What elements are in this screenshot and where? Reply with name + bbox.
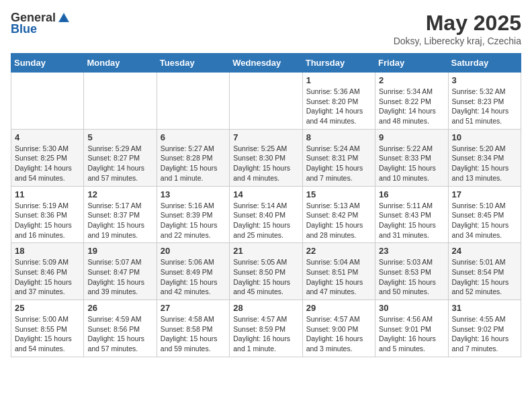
day-number: 14 xyxy=(233,189,298,199)
day-info: Sunrise: 5:00 AM Sunset: 8:55 PM Dayligh… xyxy=(15,314,80,354)
day-number: 18 xyxy=(15,246,80,256)
day-number: 30 xyxy=(379,303,444,313)
calendar-cell: 9Sunrise: 5:22 AM Sunset: 8:33 PM Daylig… xyxy=(375,129,448,186)
calendar-cell: 19Sunrise: 5:07 AM Sunset: 8:47 PM Dayli… xyxy=(84,243,157,300)
calendar-cell: 21Sunrise: 5:05 AM Sunset: 8:50 PM Dayli… xyxy=(230,243,302,300)
day-number: 27 xyxy=(161,303,226,313)
day-info: Sunrise: 4:57 AM Sunset: 9:00 PM Dayligh… xyxy=(306,314,371,354)
day-number: 1 xyxy=(306,75,371,85)
day-info: Sunrise: 5:32 AM Sunset: 8:23 PM Dayligh… xyxy=(452,87,517,126)
day-info: Sunrise: 5:20 AM Sunset: 8:34 PM Dayligh… xyxy=(452,144,517,183)
calendar-cell: 7Sunrise: 5:25 AM Sunset: 8:30 PM Daylig… xyxy=(230,129,302,186)
day-number: 19 xyxy=(87,246,152,256)
calendar-cell xyxy=(230,73,302,130)
day-info: Sunrise: 5:01 AM Sunset: 8:54 PM Dayligh… xyxy=(452,257,517,297)
day-info: Sunrise: 5:22 AM Sunset: 8:33 PM Dayligh… xyxy=(379,144,444,183)
calendar-week-row: 11Sunrise: 5:19 AM Sunset: 8:36 PM Dayli… xyxy=(11,186,521,243)
calendar-cell: 14Sunrise: 5:14 AM Sunset: 8:40 PM Dayli… xyxy=(230,186,302,243)
calendar-cell: 5Sunrise: 5:29 AM Sunset: 8:27 PM Daylig… xyxy=(84,129,157,186)
day-info: Sunrise: 5:19 AM Sunset: 8:36 PM Dayligh… xyxy=(15,201,80,240)
day-number: 20 xyxy=(161,246,226,256)
calendar-cell: 10Sunrise: 5:20 AM Sunset: 8:34 PM Dayli… xyxy=(448,129,521,186)
calendar-cell xyxy=(157,73,229,130)
day-number: 16 xyxy=(379,189,444,199)
calendar-cell: 6Sunrise: 5:27 AM Sunset: 8:28 PM Daylig… xyxy=(157,129,229,186)
calendar-cell: 11Sunrise: 5:19 AM Sunset: 8:36 PM Dayli… xyxy=(11,186,84,243)
calendar-cell: 12Sunrise: 5:17 AM Sunset: 8:37 PM Dayli… xyxy=(84,186,157,243)
day-number: 29 xyxy=(306,303,371,313)
calendar-cell: 20Sunrise: 5:06 AM Sunset: 8:49 PM Dayli… xyxy=(157,243,229,300)
calendar-cell: 16Sunrise: 5:11 AM Sunset: 8:43 PM Dayli… xyxy=(375,186,448,243)
month-title: May 2025 xyxy=(394,11,521,36)
calendar-cell: 31Sunrise: 4:55 AM Sunset: 9:02 PM Dayli… xyxy=(448,300,521,357)
calendar-cell: 25Sunrise: 5:00 AM Sunset: 8:55 PM Dayli… xyxy=(11,300,84,357)
calendar-cell xyxy=(11,73,84,130)
day-info: Sunrise: 5:25 AM Sunset: 8:30 PM Dayligh… xyxy=(233,144,298,183)
day-info: Sunrise: 5:13 AM Sunset: 8:42 PM Dayligh… xyxy=(306,201,371,240)
day-number: 12 xyxy=(87,189,152,199)
day-info: Sunrise: 5:29 AM Sunset: 8:27 PM Dayligh… xyxy=(87,144,152,183)
day-number: 8 xyxy=(306,132,371,142)
calendar-cell: 27Sunrise: 4:58 AM Sunset: 8:58 PM Dayli… xyxy=(157,300,229,357)
calendar-week-row: 1Sunrise: 5:36 AM Sunset: 8:20 PM Daylig… xyxy=(11,73,521,130)
calendar-cell: 1Sunrise: 5:36 AM Sunset: 8:20 PM Daylig… xyxy=(302,73,375,130)
day-info: Sunrise: 5:24 AM Sunset: 8:31 PM Dayligh… xyxy=(306,144,371,183)
day-of-week-header: Thursday xyxy=(302,54,375,73)
day-info: Sunrise: 4:58 AM Sunset: 8:58 PM Dayligh… xyxy=(161,314,226,354)
day-number: 11 xyxy=(15,189,80,199)
calendar-header-row: SundayMondayTuesdayWednesdayThursdayFrid… xyxy=(11,54,521,73)
day-number: 6 xyxy=(161,132,226,142)
calendar-cell: 23Sunrise: 5:03 AM Sunset: 8:53 PM Dayli… xyxy=(375,243,448,300)
location-subtitle: Doksy, Liberecky kraj, Czechia xyxy=(394,36,521,46)
day-number: 24 xyxy=(452,246,517,256)
day-number: 21 xyxy=(233,246,298,256)
day-info: Sunrise: 5:36 AM Sunset: 8:20 PM Dayligh… xyxy=(306,87,371,126)
day-info: Sunrise: 5:27 AM Sunset: 8:28 PM Dayligh… xyxy=(161,144,226,183)
day-number: 23 xyxy=(379,246,444,256)
day-info: Sunrise: 4:57 AM Sunset: 8:59 PM Dayligh… xyxy=(233,314,298,354)
calendar-cell: 4Sunrise: 5:30 AM Sunset: 8:25 PM Daylig… xyxy=(11,129,84,186)
title-block: May 2025 Doksy, Liberecky kraj, Czechia xyxy=(394,11,521,46)
calendar-cell: 26Sunrise: 4:59 AM Sunset: 8:56 PM Dayli… xyxy=(84,300,157,357)
day-number: 15 xyxy=(306,189,371,199)
calendar-cell: 29Sunrise: 4:57 AM Sunset: 9:00 PM Dayli… xyxy=(302,300,375,357)
day-of-week-header: Tuesday xyxy=(157,54,229,73)
day-number: 4 xyxy=(15,132,80,142)
logo: General Blue xyxy=(11,11,71,36)
day-number: 3 xyxy=(452,75,517,85)
calendar-cell: 2Sunrise: 5:34 AM Sunset: 8:22 PM Daylig… xyxy=(375,73,448,130)
day-info: Sunrise: 5:04 AM Sunset: 8:51 PM Dayligh… xyxy=(306,257,371,297)
day-info: Sunrise: 5:11 AM Sunset: 8:43 PM Dayligh… xyxy=(379,201,444,240)
day-info: Sunrise: 5:09 AM Sunset: 8:46 PM Dayligh… xyxy=(15,257,80,297)
day-info: Sunrise: 5:16 AM Sunset: 8:39 PM Dayligh… xyxy=(161,201,226,240)
calendar-cell: 28Sunrise: 4:57 AM Sunset: 8:59 PM Dayli… xyxy=(230,300,302,357)
day-number: 28 xyxy=(233,303,298,313)
calendar-cell: 30Sunrise: 4:56 AM Sunset: 9:01 PM Dayli… xyxy=(375,300,448,357)
day-number: 2 xyxy=(379,75,444,85)
day-number: 5 xyxy=(87,132,152,142)
day-info: Sunrise: 5:30 AM Sunset: 8:25 PM Dayligh… xyxy=(15,144,80,183)
day-info: Sunrise: 5:17 AM Sunset: 8:37 PM Dayligh… xyxy=(87,201,152,240)
day-of-week-header: Friday xyxy=(375,54,448,73)
calendar-week-row: 25Sunrise: 5:00 AM Sunset: 8:55 PM Dayli… xyxy=(11,300,521,357)
day-number: 17 xyxy=(452,189,517,199)
page-header: General Blue May 2025 Doksy, Liberecky k… xyxy=(11,11,521,46)
day-info: Sunrise: 4:55 AM Sunset: 9:02 PM Dayligh… xyxy=(452,314,517,354)
day-info: Sunrise: 5:07 AM Sunset: 8:47 PM Dayligh… xyxy=(87,257,152,297)
calendar-cell: 18Sunrise: 5:09 AM Sunset: 8:46 PM Dayli… xyxy=(11,243,84,300)
day-info: Sunrise: 5:06 AM Sunset: 8:49 PM Dayligh… xyxy=(161,257,226,297)
calendar-cell: 24Sunrise: 5:01 AM Sunset: 8:54 PM Dayli… xyxy=(448,243,521,300)
calendar-week-row: 4Sunrise: 5:30 AM Sunset: 8:25 PM Daylig… xyxy=(11,129,521,186)
logo-icon xyxy=(57,11,71,25)
day-number: 10 xyxy=(452,132,517,142)
calendar-cell: 13Sunrise: 5:16 AM Sunset: 8:39 PM Dayli… xyxy=(157,186,229,243)
day-of-week-header: Sunday xyxy=(11,54,84,73)
day-of-week-header: Saturday xyxy=(448,54,521,73)
calendar-week-row: 18Sunrise: 5:09 AM Sunset: 8:46 PM Dayli… xyxy=(11,243,521,300)
day-info: Sunrise: 5:10 AM Sunset: 8:45 PM Dayligh… xyxy=(452,201,517,240)
day-info: Sunrise: 4:56 AM Sunset: 9:01 PM Dayligh… xyxy=(379,314,444,354)
day-info: Sunrise: 5:34 AM Sunset: 8:22 PM Dayligh… xyxy=(379,87,444,126)
calendar-cell: 8Sunrise: 5:24 AM Sunset: 8:31 PM Daylig… xyxy=(302,129,375,186)
calendar-cell: 22Sunrise: 5:04 AM Sunset: 8:51 PM Dayli… xyxy=(302,243,375,300)
calendar-table: SundayMondayTuesdayWednesdayThursdayFrid… xyxy=(11,53,521,357)
